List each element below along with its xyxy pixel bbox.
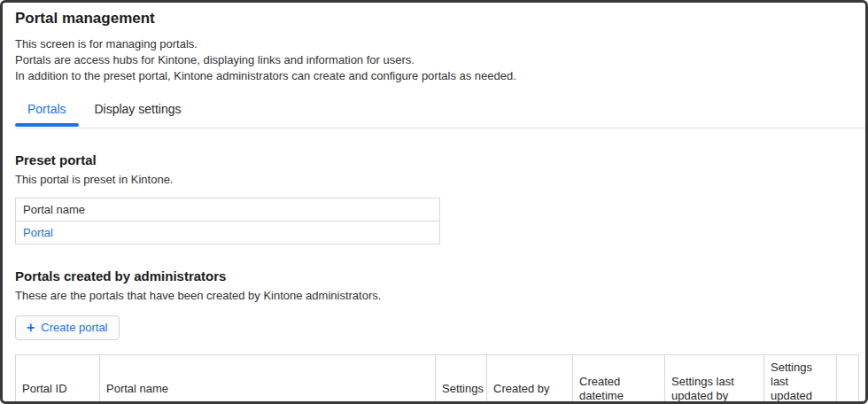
admin-portals-description: These are the portals that have been cre… xyxy=(15,289,853,303)
portal-management-window: Portal management This screen is for man… xyxy=(0,0,868,404)
admin-portals-heading: Portals created by administrators xyxy=(15,268,853,284)
page-description: This screen is for managing portals. Por… xyxy=(15,36,853,84)
header-actions xyxy=(837,355,859,404)
header-settings-last-updated-by: Settings last updated by xyxy=(665,355,764,404)
preset-portal-name-cell: Portal xyxy=(16,221,440,245)
plus-icon: + xyxy=(27,322,35,334)
header-settings: Settings xyxy=(436,355,487,404)
header-created-by: Created by xyxy=(487,355,573,404)
admin-portals-table: Portal ID Portal name Settings Created b… xyxy=(15,354,859,404)
preset-portal-table: Portal name Portal xyxy=(15,198,440,245)
preset-portal-link[interactable]: Portal xyxy=(23,226,53,239)
header-created-datetime: Created datetime xyxy=(573,355,665,404)
description-line: In addition to the preset portal, Kinton… xyxy=(15,68,853,84)
preset-portal-description: This portal is preset in Kintone. xyxy=(15,173,853,187)
tab-bar: Portals Display settings xyxy=(15,91,853,128)
header-portal-name: Portal name xyxy=(100,355,436,404)
page-title: Portal management xyxy=(15,10,853,27)
preset-table-header-row: Portal name xyxy=(16,198,440,221)
tab-portals[interactable]: Portals xyxy=(15,91,79,127)
create-portal-button[interactable]: + Create portal xyxy=(15,315,120,340)
preset-portal-heading: Preset portal xyxy=(15,152,853,168)
description-line: Portals are access hubs for Kintone, dis… xyxy=(15,52,853,68)
admin-table-header-row: Portal ID Portal name Settings Created b… xyxy=(16,355,859,404)
create-portal-label: Create portal xyxy=(41,321,107,335)
sort-column-label: Settings last updated on xyxy=(771,361,812,404)
tab-display-settings[interactable]: Display settings xyxy=(81,91,193,127)
description-line: This screen is for managing portals. xyxy=(15,36,853,52)
header-settings-last-updated-on[interactable]: Settings last updated on↓ xyxy=(764,355,837,404)
preset-table-row: Portal xyxy=(16,221,440,245)
preset-portal-name-header: Portal name xyxy=(16,198,440,221)
header-portal-id: Portal ID xyxy=(16,355,100,404)
